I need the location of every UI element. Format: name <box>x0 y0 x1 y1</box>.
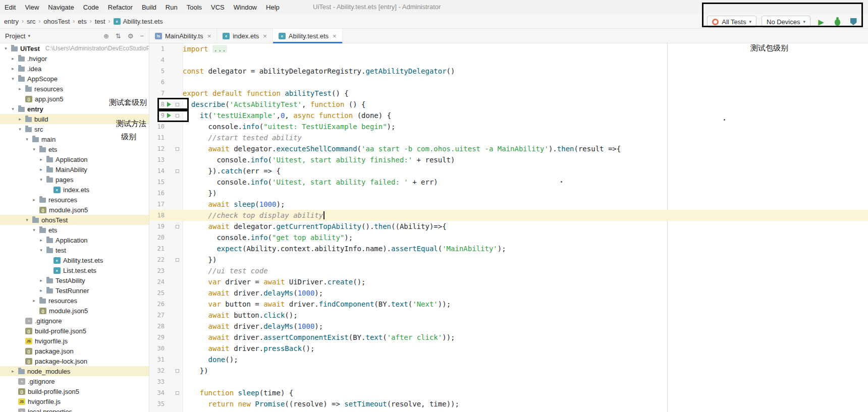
code-text[interactable]: await driver.delayMs(1000); <box>183 322 323 330</box>
menu-item-vcs[interactable]: VCS <box>206 4 229 11</box>
tree-chevron-right-icon[interactable]: ▸ <box>10 66 16 71</box>
code-text[interactable]: export default function abilityTest() { <box>183 89 349 97</box>
code-text[interactable]: var driver = await UiDriver.create(); <box>183 278 366 286</box>
tab-index.ets[interactable]: eindex.ets× <box>217 29 273 43</box>
fold-marker-icon[interactable] <box>176 369 179 373</box>
tree-item[interactable]: ▾ohosTest <box>0 215 149 225</box>
tree-chevron-right-icon[interactable]: ▸ <box>10 369 16 374</box>
tree-item[interactable]: ▾ets <box>0 225 149 235</box>
code-text[interactable]: //ui test code <box>183 267 268 275</box>
tree-item[interactable]: eindex.ets <box>0 185 149 195</box>
tab-close-icon[interactable]: × <box>207 32 211 40</box>
tree-item[interactable]: {}package-lock.json <box>0 356 149 366</box>
settings-gear-icon[interactable]: ⚙ <box>128 32 134 40</box>
tree-item[interactable]: ▸TestRunner <box>0 285 149 296</box>
tree-chevron-down-icon[interactable]: ▾ <box>31 227 37 232</box>
menu-item-edit[interactable]: Edit <box>0 4 20 11</box>
code-text[interactable]: import ... <box>183 45 227 53</box>
tab-close-icon[interactable]: × <box>333 32 337 40</box>
tree-item[interactable]: ▸resources <box>0 296 149 306</box>
code-text[interactable]: await delegator.getCurrentTopAbility().t… <box>183 222 447 230</box>
code-text[interactable]: }) <box>183 367 208 375</box>
tree-item[interactable]: ▾test <box>0 245 149 255</box>
menu-item-tools[interactable]: Tools <box>182 4 206 11</box>
code-text[interactable]: describe('ActsAbilityTest', function () … <box>183 100 365 108</box>
tree-chevron-down-icon[interactable]: ▾ <box>17 127 23 132</box>
tree-chevron-right-icon[interactable]: ▸ <box>10 56 16 61</box>
code-text[interactable]: //start tested ability <box>183 134 302 142</box>
tree-chevron-right-icon[interactable]: ▸ <box>38 278 44 283</box>
fold-marker-icon[interactable] <box>176 169 179 173</box>
tree-chevron-down-icon[interactable]: ▾ <box>24 217 30 222</box>
tree-chevron-right-icon[interactable]: ▸ <box>38 288 44 293</box>
tree-item[interactable]: ▾pages <box>0 174 149 185</box>
tree-chevron-down-icon[interactable]: ▾ <box>31 147 37 152</box>
code-text[interactable]: it('testUiExample',0, async function (do… <box>183 111 391 120</box>
fold-marker-icon[interactable] <box>176 225 179 228</box>
menu-item-run[interactable]: Run <box>161 4 182 11</box>
breadcrumb-item[interactable]: ets <box>77 18 87 25</box>
fold-marker-icon[interactable] <box>176 258 179 262</box>
code-text[interactable]: await button.click(); <box>183 311 298 319</box>
tree-chevron-right-icon[interactable]: ▸ <box>38 157 44 162</box>
menu-item-help[interactable]: Help <box>261 4 284 11</box>
tree-item[interactable]: {}build-profile.json5 <box>0 386 149 396</box>
menu-item-view[interactable]: View <box>20 4 43 11</box>
tree-item[interactable]: ▸resources <box>0 195 149 205</box>
hide-panel-icon[interactable]: − <box>140 32 144 40</box>
tree-item[interactable]: JShvigorfile.js <box>0 336 149 346</box>
expand-collapse-icon[interactable]: ⇅ <box>116 32 121 40</box>
tree-item[interactable]: eList.test.ets <box>0 265 149 275</box>
tree-item[interactable]: ▸MainAbility <box>0 164 149 174</box>
fold-marker-icon[interactable] <box>176 391 179 395</box>
menu-item-build[interactable]: Build <box>137 4 161 11</box>
tree-item[interactable]: ▾UiTestC:\Users\Administrator\DevEcoStud… <box>0 43 149 53</box>
code-text[interactable]: console.info('Uitest, start ability fini… <box>183 156 455 164</box>
tab-MainAbility.ts[interactable]: tsMainAbility.ts× <box>149 29 217 43</box>
code-text[interactable]: console.info('Uitest, start ability fail… <box>183 178 438 186</box>
code-text[interactable]: const delegator = abilityDelegatorRegist… <box>183 67 455 75</box>
tree-item[interactable]: ≡.gitignore <box>0 376 149 386</box>
tree-item[interactable]: {}module.json5 <box>0 306 149 316</box>
tree-item[interactable]: ▸.hvigor <box>0 53 149 64</box>
tree-chevron-right-icon[interactable]: ▸ <box>38 167 44 172</box>
tree-chevron-right-icon[interactable]: ▸ <box>31 197 37 202</box>
menu-item-navigate[interactable]: Navigate <box>43 4 78 11</box>
tree-chevron-right-icon[interactable]: ▸ <box>31 298 37 303</box>
tree-item[interactable]: ▸node_modules <box>0 366 149 376</box>
code-text[interactable]: }) <box>183 189 216 197</box>
tree-item[interactable]: {}module.json5 <box>0 205 149 215</box>
breadcrumb-file[interactable]: eAbility.test.ets <box>113 18 164 25</box>
tab-Ability.test.ets[interactable]: eAbility.test.ets× <box>273 29 343 43</box>
breadcrumb-item[interactable]: test <box>94 18 106 25</box>
code-text[interactable]: await driver.pressBack(); <box>183 344 314 352</box>
tree-chevron-down-icon[interactable]: ▾ <box>38 248 44 253</box>
tree-item[interactable]: {}build-profile.json5 <box>0 326 149 336</box>
tree-item[interactable]: ▾ets <box>0 144 149 154</box>
tree-item[interactable]: ▸.idea <box>0 64 149 74</box>
menu-item-window[interactable]: Window <box>229 4 261 11</box>
fold-marker-icon[interactable] <box>176 147 179 151</box>
breadcrumb-item[interactable]: src <box>26 18 36 25</box>
project-panel-title[interactable]: Project <box>5 32 25 40</box>
tree-chevron-right-icon[interactable]: ▸ <box>38 238 44 243</box>
code-text[interactable]: //check top display ability <box>183 211 324 219</box>
tree-chevron-down-icon[interactable]: ▾ <box>38 177 44 182</box>
tree-item[interactable]: {}package.json <box>0 346 149 356</box>
code-text[interactable]: done(); <box>183 356 238 364</box>
tree-item[interactable]: ▸TestAbility <box>0 275 149 285</box>
tree-chevron-down-icon[interactable]: ▾ <box>24 137 30 142</box>
tree-item[interactable]: eAbility.test.ets <box>0 255 149 265</box>
tree-chevron-down-icon[interactable]: ▾ <box>3 46 9 51</box>
tree-chevron-down-icon[interactable]: ▾ <box>10 76 16 81</box>
folded-region[interactable]: ... <box>212 45 227 53</box>
code-text[interactable]: return new Promise((resolve) => setTimeo… <box>183 400 459 408</box>
tree-chevron-right-icon[interactable]: ▸ <box>17 116 23 122</box>
breadcrumb-item[interactable]: ohosTest <box>42 18 71 25</box>
tree-item[interactable]: ▸resources <box>0 84 149 94</box>
code-text[interactable]: expect(Ability.context.abilityInfo.name)… <box>183 245 506 253</box>
code-text[interactable]: await driver.assertComponentExist(BY.tex… <box>183 333 455 341</box>
code-text[interactable]: await sleep(1000); <box>183 200 285 208</box>
code-text[interactable]: await delegator.executeShellCommand('aa … <box>183 145 621 153</box>
tree-chevron-right-icon[interactable]: ▸ <box>17 86 23 91</box>
